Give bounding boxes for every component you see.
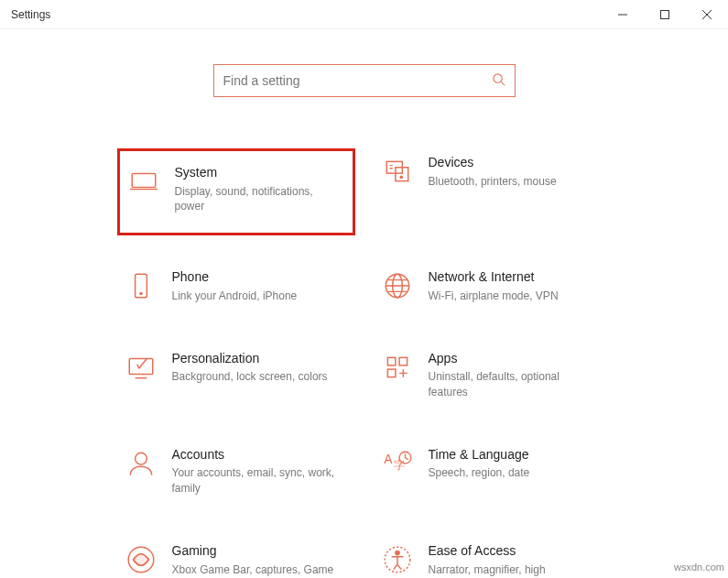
svg-rect-12 xyxy=(399,357,407,365)
svg-text:A: A xyxy=(384,452,393,466)
svg-point-5 xyxy=(400,176,402,178)
svg-point-1 xyxy=(493,74,501,82)
close-button[interactable] xyxy=(686,0,728,29)
tile-desc: Display, sound, notifications, power xyxy=(175,184,345,215)
tile-title: Time & Language xyxy=(429,446,604,464)
accounts-icon xyxy=(125,448,158,481)
apps-icon xyxy=(381,352,414,385)
tile-accounts[interactable]: Accounts Your accounts, email, sync, wor… xyxy=(117,441,355,509)
settings-grid: System Display, sound, notifications, po… xyxy=(117,148,612,578)
time-language-icon: A 字 xyxy=(381,448,414,481)
search-input[interactable] xyxy=(223,73,492,88)
svg-rect-11 xyxy=(387,357,396,365)
tile-title: Devices xyxy=(429,154,604,172)
tile-desc: Link your Android, iPhone xyxy=(172,289,346,304)
phone-icon xyxy=(125,270,158,303)
watermark: wsxdn.com xyxy=(674,562,724,573)
tile-time-language[interactable]: A 字 Time & Language Speech, region, date xyxy=(374,441,612,509)
ease-of-access-icon xyxy=(381,544,414,577)
tile-desc: Uninstall, defaults, optional features xyxy=(429,369,603,400)
svg-rect-2 xyxy=(132,174,156,188)
svg-point-7 xyxy=(139,293,141,295)
tile-devices[interactable]: Devices Bluetooth, printers, mouse xyxy=(374,148,612,235)
tile-title: Phone xyxy=(172,268,348,287)
tile-title: Apps xyxy=(429,350,604,368)
tile-title: Personalization xyxy=(172,350,348,368)
personalization-icon xyxy=(125,352,158,385)
svg-point-14 xyxy=(135,453,147,464)
maximize-button[interactable] xyxy=(644,0,686,29)
tile-phone[interactable]: Phone Link your Android, iPhone xyxy=(117,263,355,316)
tile-title: Gaming xyxy=(172,542,348,561)
svg-rect-13 xyxy=(387,369,396,377)
tile-gaming[interactable]: Gaming Xbox Game Bar, captures, Game xyxy=(117,537,355,578)
title-bar: Settings xyxy=(0,0,728,29)
tile-personalization[interactable]: Personalization Background, lock screen,… xyxy=(117,344,355,413)
tile-system[interactable]: System Display, sound, notifications, po… xyxy=(117,148,355,235)
window-title: Settings xyxy=(0,8,602,21)
svg-point-20 xyxy=(395,551,398,554)
globe-icon xyxy=(381,270,414,303)
tile-title: System xyxy=(175,164,345,182)
tile-title: Ease of Access xyxy=(429,542,604,561)
tile-network[interactable]: Network & Internet Wi-Fi, airplane mode,… xyxy=(374,263,612,316)
tile-desc: Background, lock screen, colors xyxy=(172,369,346,385)
tile-desc: Narrator, magnifier, high xyxy=(429,562,603,578)
tile-desc: Xbox Game Bar, captures, Game xyxy=(172,562,346,578)
svg-text:字: 字 xyxy=(393,459,404,471)
devices-icon xyxy=(381,156,414,189)
tile-title: Accounts xyxy=(172,446,348,464)
tile-desc: Speech, region, date xyxy=(429,465,603,481)
tile-ease-of-access[interactable]: Ease of Access Narrator, magnifier, high xyxy=(374,537,612,578)
tile-desc: Wi-Fi, airplane mode, VPN xyxy=(429,289,603,304)
search-box[interactable] xyxy=(213,64,516,97)
tile-title: Network & Internet xyxy=(429,268,604,287)
gaming-icon xyxy=(125,544,158,577)
system-icon xyxy=(127,166,160,199)
tile-desc: Bluetooth, printers, mouse xyxy=(429,174,603,190)
search-icon xyxy=(492,72,505,89)
minimize-button[interactable] xyxy=(602,0,644,29)
content-area: System Display, sound, notifications, po… xyxy=(0,29,728,578)
tile-apps[interactable]: Apps Uninstall, defaults, optional featu… xyxy=(374,344,612,413)
tile-desc: Your accounts, email, sync, work, family xyxy=(172,465,346,496)
svg-rect-0 xyxy=(661,10,669,18)
